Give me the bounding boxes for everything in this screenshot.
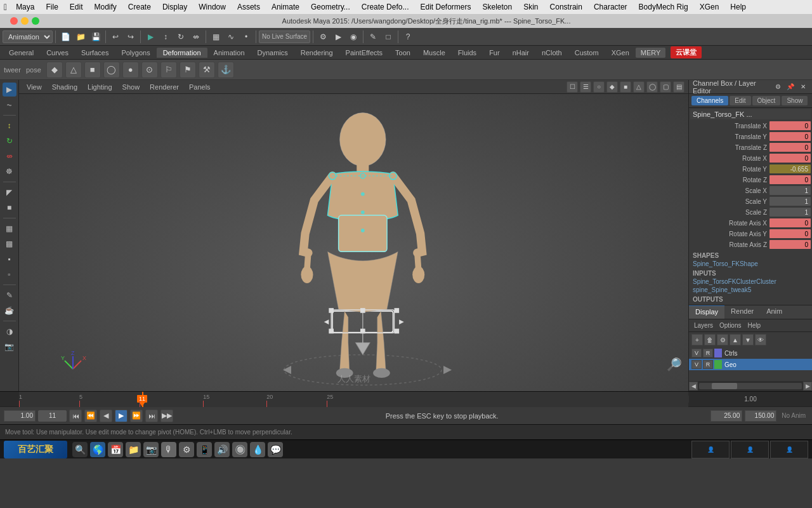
apple-logo[interactable]: : [4, 2, 7, 12]
lasso-tool-icon[interactable]: ⏦: [3, 98, 16, 112]
scale-icon[interactable]: ⇎: [189, 30, 203, 44]
shelf-icon-9[interactable]: ⚒: [199, 62, 215, 78]
tab-custom[interactable]: Custom: [568, 48, 605, 58]
taskbar-icon-8[interactable]: 📱: [197, 442, 212, 457]
shelf-icon-4[interactable]: ◯: [103, 62, 120, 78]
snap3-icon[interactable]: ▪: [3, 252, 16, 266]
close-button[interactable]: [10, 17, 18, 25]
baihui-logo[interactable]: 百艺汇聚: [4, 441, 67, 458]
taskbar-icon-9[interactable]: 🔊: [214, 442, 230, 457]
taskbar-icon-11[interactable]: 💧: [250, 442, 265, 457]
layer-tab-render[interactable]: Render: [724, 305, 760, 319]
taskbar-icon-4[interactable]: 📁: [126, 442, 141, 457]
tab-polygons[interactable]: Polygons: [115, 48, 156, 58]
layer-settings-icon[interactable]: ⚙: [717, 334, 728, 345]
layer-opt-layers[interactable]: Layers: [691, 321, 716, 330]
camera-icon[interactable]: 📷: [3, 340, 16, 354]
panels-menu[interactable]: Panels: [185, 82, 214, 92]
cb-tab-object[interactable]: Object: [752, 96, 781, 105]
move-icon[interactable]: ↕: [159, 30, 173, 44]
cb-node-name[interactable]: Spine_Torso_FK ...: [690, 109, 811, 119]
thumb-1[interactable]: 👤: [691, 441, 730, 458]
layer-opt-help[interactable]: Help: [745, 321, 763, 330]
tab-painteffects[interactable]: PaintEffects: [339, 48, 390, 58]
menu-maya[interactable]: Maya: [11, 1, 39, 13]
snap-curve-icon[interactable]: ∿: [224, 30, 238, 44]
scale-tool-icon[interactable]: ⇎: [3, 149, 16, 163]
attr-value-ty[interactable]: 0: [769, 132, 811, 141]
taskbar-icon-3[interactable]: 📅: [108, 442, 123, 457]
vp-icon-5[interactable]: ■: [620, 81, 631, 93]
vp-icon-2[interactable]: ☰: [580, 81, 591, 93]
channel-box-settings-icon[interactable]: ⚙: [773, 82, 783, 92]
cb-tab-channels[interactable]: Channels: [691, 96, 728, 105]
universal-manip-icon[interactable]: ☸: [3, 164, 16, 178]
tab-fluids[interactable]: Fluids: [452, 48, 483, 58]
current-frame-field[interactable]: 11: [38, 410, 67, 422]
attr-value-sz[interactable]: 1: [769, 208, 811, 217]
live-surface-label[interactable]: No Live Surface: [259, 30, 310, 43]
shelf-icon-8[interactable]: ⚑: [180, 62, 196, 78]
menu-bodymech[interactable]: BodyMech Rig: [634, 1, 693, 13]
viewport-canvas[interactable]: ◀ ▶: [19, 94, 688, 391]
menu-create-defo[interactable]: Create Defo...: [357, 1, 414, 13]
layer-name-geo[interactable]: Geo: [724, 361, 737, 368]
rotate-icon[interactable]: ↻: [174, 30, 188, 44]
cloud-classroom-button[interactable]: 云课堂: [671, 46, 702, 58]
attr-value-tx[interactable]: 0: [769, 121, 811, 130]
range-end-field[interactable]: 25.00: [710, 410, 742, 422]
step-forward-button[interactable]: ⏩: [130, 410, 143, 422]
layer-name-ctrls[interactable]: Ctrls: [724, 350, 738, 357]
minimize-button[interactable]: [21, 17, 29, 25]
timeline-ruler[interactable]: 1 5 10 15 20 25 11: [19, 392, 688, 407]
shelf-icon-5[interactable]: ●: [122, 62, 139, 78]
tab-mery[interactable]: MERY: [636, 48, 666, 58]
menu-skeleton[interactable]: Skeleton: [478, 1, 518, 13]
scroll-thumb[interactable]: [712, 383, 737, 389]
vp-icon-6[interactable]: △: [633, 81, 645, 93]
loop-button[interactable]: ▶▶: [160, 410, 173, 422]
open-scene-icon[interactable]: 📁: [74, 30, 88, 44]
layer-vis-ctrls[interactable]: V: [691, 349, 702, 358]
tab-xgen[interactable]: XGen: [605, 48, 636, 58]
shelf-icon-7[interactable]: ⚐: [160, 62, 177, 78]
menu-xgen[interactable]: XGen: [695, 1, 724, 13]
shelf-icon-10[interactable]: ⚓: [218, 62, 234, 78]
layer-ref-ctrls[interactable]: R: [703, 349, 713, 358]
menu-file[interactable]: File: [41, 1, 63, 13]
layer-opt-options[interactable]: Options: [717, 321, 743, 330]
menu-assets[interactable]: Assets: [232, 1, 265, 13]
renderer-menu[interactable]: Renderer: [146, 82, 183, 92]
help-icon[interactable]: ?: [401, 30, 415, 44]
taskbar-icon-10[interactable]: 🔘: [232, 442, 247, 457]
menu-character[interactable]: Character: [589, 1, 632, 13]
layer-new-icon[interactable]: +: [691, 334, 703, 345]
menu-skin[interactable]: Skin: [518, 1, 543, 13]
show-manip-icon[interactable]: ■: [3, 201, 16, 215]
workspace-dropdown[interactable]: Animation Modeling Rigging: [3, 30, 53, 43]
layer-color-geo[interactable]: [714, 360, 722, 369]
menu-constrain[interactable]: Constrain: [545, 1, 587, 13]
vp-icon-7[interactable]: ◯: [646, 81, 658, 93]
maximize-button[interactable]: [32, 17, 39, 25]
menu-window[interactable]: Window: [193, 1, 231, 13]
menu-display[interactable]: Display: [157, 1, 192, 13]
attr-value-rz[interactable]: 0: [769, 175, 811, 184]
menu-create[interactable]: Create: [123, 1, 156, 13]
play-back-button[interactable]: ◀: [100, 410, 112, 422]
show-menu[interactable]: Show: [119, 82, 144, 92]
taskbar-icon-1[interactable]: 🔍: [72, 442, 88, 457]
shading-menu[interactable]: Shading: [48, 82, 81, 92]
menu-help[interactable]: Help: [725, 1, 751, 13]
view-menu[interactable]: View: [23, 82, 46, 92]
lighting-menu[interactable]: Lighting: [84, 82, 116, 92]
tab-fur[interactable]: Fur: [483, 48, 506, 58]
sculpt-icon[interactable]: ☕: [3, 304, 16, 318]
tab-curves[interactable]: Curves: [40, 48, 75, 58]
snap4-icon[interactable]: ▫: [3, 267, 16, 281]
tab-surfaces[interactable]: Surfaces: [75, 48, 115, 58]
channel-box-close-icon[interactable]: ✕: [798, 82, 808, 92]
menu-edit-deformers[interactable]: Edit Deformers: [415, 1, 476, 13]
menu-animate[interactable]: Animate: [266, 1, 304, 13]
select-icon[interactable]: ▶: [143, 30, 157, 44]
